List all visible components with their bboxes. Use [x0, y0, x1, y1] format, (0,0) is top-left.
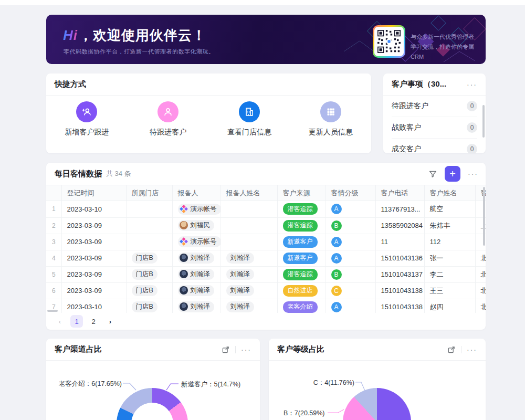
matter-count-badge: 0 — [467, 101, 477, 111]
cell-phone: 11 — [375, 234, 424, 250]
page-button-2[interactable]: 2 — [87, 315, 100, 328]
pagination: ‹ 1 2 › — [46, 313, 486, 330]
source-tag: 新邀客户 — [283, 236, 318, 248]
column-header[interactable]: 所属门店 — [126, 185, 172, 201]
reporter-name: 刘瀚泽 — [191, 286, 211, 295]
reporter-name: 演示帐号 — [191, 237, 217, 246]
table-row[interactable]: 3 2023-03-09 演示帐号 新邀客户 A 11 112 — [46, 234, 486, 250]
customer-matters-card: 客户事项（30... ··· 待跟进客户 0 战败客户 0 成交客户 0 — [383, 74, 486, 153]
cell-customer-name: 赵四 — [424, 299, 475, 313]
add-user-icon — [76, 101, 97, 122]
source-tag: 老客介绍 — [283, 301, 318, 313]
more-icon[interactable]: ··· — [467, 345, 477, 354]
cell-store: 门店B — [132, 253, 158, 264]
more-icon[interactable]: ··· — [467, 80, 477, 89]
open-in-new-icon[interactable] — [222, 345, 230, 354]
chevron-left-icon[interactable]: ‹ — [54, 315, 66, 328]
demo-account-logo-icon — [180, 237, 188, 246]
table-row[interactable]: 1 2023-03-10 演示帐号 潜客追踪 A 113767913... 航空 — [46, 201, 486, 217]
cell-phone: 15101043138 — [375, 282, 424, 299]
cell-date: 2023-03-09 — [61, 266, 126, 282]
donut-chart-channel: 老客介绍：6(17.65%) 新邀客户：5(14.7%) — [46, 361, 260, 420]
scrollbar-horizontal[interactable] — [47, 310, 58, 312]
shortcut-view-store-info[interactable]: 查看门店信息 — [209, 101, 290, 137]
table-row[interactable]: 4 2023-03-09 门店B 刘瀚泽 刘瀚泽 新邀客户 A 15101043… — [46, 250, 486, 266]
page-button-1[interactable]: 1 — [70, 315, 83, 328]
avatar — [180, 221, 188, 229]
cell-date: 2023-03-09 — [61, 234, 126, 250]
source-tag: 自然进店 — [283, 285, 318, 297]
welcome-banner: Hi，欢迎使用伙伴云！ 零代码数据协作平台，打造新一代管理者的数字化潮玩。 — [46, 15, 486, 64]
cell-store: 门店B — [132, 285, 158, 296]
level-share-card: 客户等级占比 ··· C：4(11.76%) — [269, 339, 486, 420]
column-header[interactable]: 客户姓名 — [424, 185, 475, 201]
grade-badge: B — [331, 269, 342, 280]
cell-phone: 15101043138 — [375, 299, 424, 313]
table-row[interactable]: 6 2023-03-09 门店B 刘瀚泽 刘瀚泽 自然进店 C 15101043… — [46, 282, 486, 299]
banner-greeting: ，欢迎使用伙伴云！ — [79, 27, 206, 43]
cell-date: 2023-03-09 — [61, 217, 126, 234]
scrollbar-vertical[interactable] — [482, 105, 485, 138]
qr-caption: 与众多新一代优秀管理者 学习交流，打造你的专属CRM — [411, 32, 486, 62]
table-row[interactable]: 7 2023-03-10 门店B 刘瀚泽 刘瀚泽 老客介绍 A 15101043… — [46, 299, 486, 313]
shortcut-pending-customers[interactable]: 待跟进客户 — [128, 101, 209, 137]
qr-code — [373, 25, 405, 58]
cell-reporter: 刘瀚泽 — [178, 301, 215, 312]
qr-code-icon — [374, 27, 404, 56]
source-tag: 潜客追踪 — [283, 220, 318, 232]
reporter-name: 刘瀚泽 — [191, 302, 211, 311]
open-in-new-icon[interactable] — [447, 345, 456, 354]
row-index: 4 — [46, 250, 61, 266]
shortcut-update-staff-info[interactable]: 更新人员信息 — [290, 101, 371, 137]
pie-chart-level: C：4(11.76%) B：7(20.59%) — [269, 361, 486, 420]
cell-store: 门店B — [132, 301, 158, 312]
grade-badge: B — [331, 220, 342, 231]
matter-label: 成交客户 — [392, 144, 421, 153]
source-tag: 潜客追踪 — [283, 203, 318, 215]
matter-count-badge: 0 — [467, 122, 477, 133]
column-header[interactable]: 报备人 — [172, 185, 220, 201]
column-header-index — [46, 185, 61, 201]
column-header[interactable]: 客情分级 — [326, 185, 375, 201]
scrollbar-vertical[interactable] — [483, 187, 485, 246]
row-index: 1 — [46, 201, 61, 217]
matter-item-pending[interactable]: 待跟进客户 0 — [392, 96, 477, 117]
avatar — [180, 270, 188, 278]
shortcut-add-customer-followup[interactable]: 新增客户跟进 — [46, 101, 128, 137]
shortcut-label: 待跟进客户 — [150, 128, 186, 137]
column-header[interactable]: 客户来源 — [277, 185, 326, 201]
daily-customer-data-card: 每日客情数据 共 34 条 + ··· 登记时间 — [46, 163, 486, 330]
cell-store: 门店B — [132, 269, 158, 280]
row-index: 3 — [46, 234, 61, 250]
matter-item-lost[interactable]: 战败客户 0 — [392, 117, 477, 139]
avatar — [180, 254, 188, 262]
shortcuts-card: 快捷方式 新增客户跟进 待跟进客户 — [46, 74, 371, 153]
cell-date: 2023-03-09 — [61, 250, 126, 266]
avatar — [180, 286, 188, 295]
daily-customer-table-body: 1 2023-03-10 演示帐号 潜客追踪 A 113767913... 航空… — [46, 201, 486, 313]
cell-customer-name: 王三 — [424, 282, 475, 299]
column-header[interactable]: 报备人姓名 — [220, 185, 277, 201]
column-header[interactable]: 客户电话 — [375, 185, 424, 201]
reporter-name: 演示帐号 — [191, 205, 217, 214]
avatar — [180, 302, 188, 311]
chevron-right-icon[interactable]: › — [104, 315, 117, 328]
table-row[interactable]: 2 2023-03-09 刘福民 潜客追踪 B 13585902084 朱炜丰 … — [46, 217, 486, 234]
table-title: 每日客情数据 — [55, 169, 102, 179]
cell-reporter-name: 刘瀚泽 — [226, 285, 255, 296]
cell-phone: 13585902084 — [375, 217, 424, 234]
grade-badge: C — [331, 286, 342, 296]
matter-count-badge: 0 — [467, 144, 477, 153]
filter-icon[interactable] — [428, 170, 437, 178]
cell-date: 2023-03-10 — [61, 201, 126, 217]
column-header[interactable]: 登记时间 — [61, 185, 126, 201]
table-header-row: 登记时间 所属门店 报备人 报备人姓名 客户来源 客情分级 客户电话 客户姓名 … — [46, 185, 486, 201]
add-record-button[interactable]: + — [445, 166, 460, 182]
table-row[interactable]: 5 2023-03-09 门店B 刘瀚泽 刘瀚泽 潜客追踪 B 15101043… — [46, 266, 486, 282]
matter-item-won[interactable]: 成交客户 0 — [392, 139, 477, 153]
channel-share-card: 客户渠道占比 ··· 老客介绍：6(17.65%) — [46, 339, 260, 420]
top-strip — [0, 0, 525, 5]
more-icon[interactable]: ··· — [241, 345, 251, 354]
chart-label-laokejieshao: 老客介绍：6(17.65%) — [59, 380, 122, 388]
more-icon[interactable]: ··· — [468, 170, 478, 178]
